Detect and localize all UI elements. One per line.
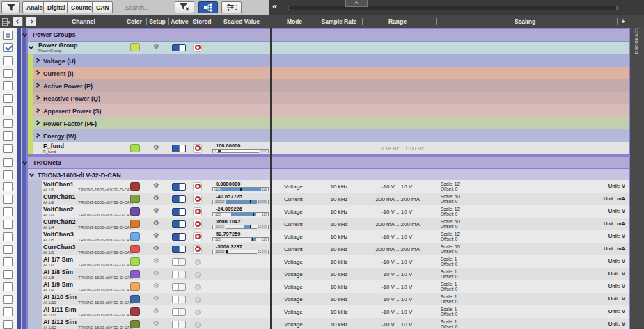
- row-checkbox[interactable]: [3, 170, 13, 179]
- row-checkbox[interactable]: [3, 182, 13, 191]
- row-checkbox[interactable]: [3, 245, 13, 254]
- channel-color-swatch[interactable]: [130, 43, 140, 51]
- pane-divider[interactable]: [270, 15, 272, 329]
- active-toggle[interactable]: [172, 308, 186, 316]
- col-header-color[interactable]: Color: [127, 18, 142, 25]
- category-row[interactable]: Voltage (U): [0, 54, 644, 67]
- channel-color-swatch[interactable]: [130, 207, 140, 216]
- stored-record-icon-off[interactable]: [195, 297, 201, 303]
- channel-color-swatch[interactable]: [130, 295, 140, 303]
- row-checkbox[interactable]: [3, 257, 13, 266]
- row-checkbox[interactable]: [3, 31, 13, 40]
- collapse-pane-button[interactable]: «: [272, 1, 277, 11]
- prev-column-button[interactable]: [13, 17, 23, 26]
- col-header-stored[interactable]: Stored: [193, 18, 212, 25]
- active-toggle[interactable]: [172, 145, 186, 152]
- channel-color-swatch[interactable]: [130, 320, 140, 328]
- active-toggle[interactable]: [172, 246, 186, 253]
- channel-row[interactable]: CurrChan1AI 1/2TRION3-1600-dLV-32-D-CAN⚙…: [0, 193, 644, 205]
- col-header-range[interactable]: Range: [388, 18, 407, 25]
- row-checkbox[interactable]: [3, 106, 13, 115]
- row-checkbox[interactable]: [3, 232, 13, 241]
- row-checkbox[interactable]: [3, 307, 13, 316]
- channel-row[interactable]: CurrChan2AI 1/4TRION3-1600-dLV-32-D-CAN⚙…: [0, 218, 644, 230]
- stored-record-icon[interactable]: [193, 220, 202, 229]
- active-toggle[interactable]: [172, 220, 186, 228]
- stored-record-icon[interactable]: [193, 144, 202, 153]
- col-header-sample-rate[interactable]: Sample Rate: [321, 18, 356, 25]
- stored-record-icon-off[interactable]: [195, 322, 201, 328]
- clear-selection-icon[interactable]: [2, 18, 8, 26]
- filter-can-button[interactable]: CAN: [92, 1, 113, 13]
- row-checkbox[interactable]: [3, 144, 13, 153]
- subgroup-row[interactable]: Power GroupPowerGroup⚙: [0, 41, 644, 54]
- channel-row[interactable]: VoltChan2AI 1/3TRION3-1600-dLV-32-D-CAN⚙…: [0, 205, 644, 218]
- active-toggle[interactable]: [172, 258, 186, 266]
- setup-gear-icon[interactable]: ⚙: [153, 244, 159, 252]
- channel-color-swatch[interactable]: [130, 257, 140, 266]
- col-header-mode[interactable]: Mode: [287, 18, 302, 25]
- setup-gear-icon[interactable]: ⚙: [153, 282, 159, 290]
- setup-gear-icon[interactable]: ⚙: [153, 294, 159, 303]
- channel-color-swatch[interactable]: [130, 245, 140, 253]
- setup-gear-icon[interactable]: ⚙: [153, 42, 159, 51]
- expand-chevron-icon[interactable]: [22, 160, 27, 165]
- active-toggle[interactable]: [172, 271, 186, 278]
- stored-record-icon[interactable]: [193, 232, 202, 241]
- group-row[interactable]: TRIONet3: [0, 157, 644, 168]
- channel-color-swatch[interactable]: [130, 270, 140, 278]
- stored-record-icon[interactable]: [193, 245, 202, 254]
- horizontal-scrollbar[interactable]: [288, 6, 618, 10]
- category-row[interactable]: Apparent Power (S): [0, 104, 644, 117]
- row-checkbox[interactable]: [3, 94, 13, 103]
- active-toggle[interactable]: [172, 195, 186, 203]
- channel-color-swatch[interactable]: [130, 282, 140, 291]
- category-row[interactable]: Active Power (P): [0, 79, 644, 92]
- expand-chevron-icon[interactable]: [22, 32, 27, 37]
- collapse-top-tab[interactable]: [345, 0, 368, 7]
- col-header-channel[interactable]: Channel: [72, 18, 95, 25]
- filter-digital-button[interactable]: Digital: [43, 1, 70, 13]
- search-input[interactable]: [123, 2, 175, 13]
- stored-record-icon-off[interactable]: [195, 310, 201, 315]
- col-header-scaled-value[interactable]: Scaled Value: [223, 18, 260, 25]
- stored-record-icon[interactable]: [193, 182, 202, 191]
- stored-record-icon-off[interactable]: [195, 272, 201, 278]
- stored-record-icon[interactable]: [193, 195, 202, 204]
- active-toggle[interactable]: [172, 296, 186, 303]
- fvalue-row[interactable]: F_fundF_fund⚙100.00000011000.18 Hz .. 11…: [0, 142, 644, 154]
- channel-row[interactable]: VoltChan1AI 1/1TRION3-1600-dLV-32-D-CAN⚙…: [0, 180, 644, 193]
- row-checkbox[interactable]: [3, 220, 13, 229]
- channel-row[interactable]: CurrChan3AI 1/6TRION3-1600-dLV-32-D-CAN⚙…: [0, 243, 644, 255]
- sim-row[interactable]: AI 1/12 SimAI 1/12TRION3-1600-dLV-32-D-C…: [0, 318, 644, 329]
- setup-gear-icon[interactable]: ⚙: [153, 182, 159, 190]
- sim-row[interactable]: AI 1/9 SimAI 1/9TRION3-1600-dLV-32-D-CAN…: [0, 280, 644, 293]
- col-header-active[interactable]: Active: [171, 18, 189, 25]
- row-checkbox[interactable]: [3, 43, 13, 52]
- advanced-panel-tab[interactable]: Advanced: [630, 15, 644, 329]
- setup-gear-icon[interactable]: ⚙: [153, 194, 159, 202]
- active-toggle[interactable]: [172, 208, 186, 216]
- stored-record-icon-off[interactable]: [195, 259, 201, 265]
- clear-filter-button[interactable]: [175, 1, 194, 13]
- setup-gear-icon[interactable]: ⚙: [153, 269, 159, 278]
- value-slider[interactable]: 01100: [212, 149, 269, 153]
- col-header-setup[interactable]: Setup: [149, 18, 166, 25]
- setup-gear-icon[interactable]: ⚙: [153, 207, 159, 215]
- setup-gear-icon[interactable]: ⚙: [153, 232, 159, 240]
- active-toggle[interactable]: [172, 183, 186, 191]
- channel-color-swatch[interactable]: [130, 144, 140, 152]
- setup-gear-icon[interactable]: ⚙: [153, 319, 159, 328]
- tree-view-button[interactable]: [198, 1, 218, 13]
- setup-gear-icon[interactable]: ⚙: [153, 307, 159, 315]
- active-toggle[interactable]: [172, 233, 186, 241]
- col-header-scaling[interactable]: Scaling: [515, 18, 535, 25]
- channel-color-swatch[interactable]: [130, 182, 140, 191]
- row-checkbox[interactable]: [3, 320, 13, 329]
- active-toggle[interactable]: [172, 44, 186, 51]
- column-options-button[interactable]: [221, 1, 242, 13]
- row-checkbox[interactable]: [3, 119, 13, 128]
- sim-row[interactable]: AI 1/7 SimAI 1/7TRION3-1600-dLV-32-D-CAN…: [0, 255, 644, 268]
- row-checkbox[interactable]: [3, 195, 13, 204]
- channel-row[interactable]: VoltChan3AI 1/5TRION3-1600-dLV-32-D-CAN⚙…: [0, 230, 644, 243]
